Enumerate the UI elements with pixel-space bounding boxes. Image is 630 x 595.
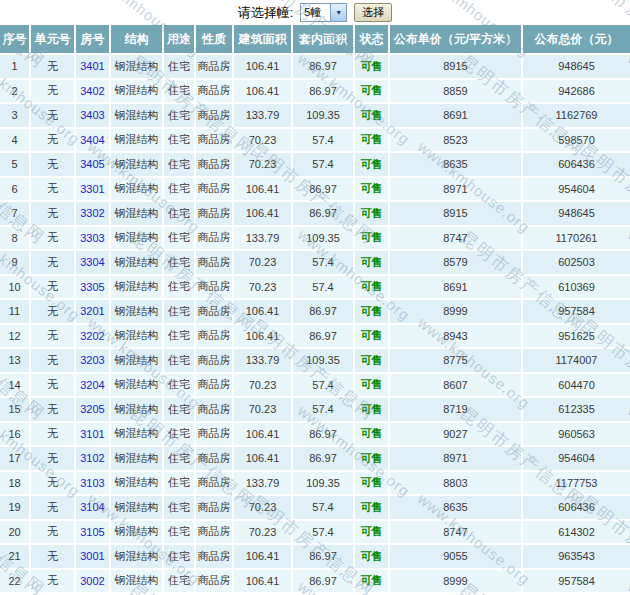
room-link[interactable]: 3405 — [80, 158, 104, 170]
cell-structure: 钢混结构 — [110, 275, 163, 300]
room-link[interactable]: 3103 — [80, 477, 104, 489]
cell-room[interactable]: 3405 — [75, 152, 110, 177]
cell-room[interactable]: 3401 — [75, 54, 110, 79]
header-nature: 性质 — [195, 25, 233, 54]
cell-room[interactable]: 3002 — [75, 569, 110, 594]
cell-structure: 钢混结构 — [110, 446, 163, 471]
cell-index: 9 — [0, 250, 30, 275]
cell-room[interactable]: 3304 — [75, 250, 110, 275]
room-link[interactable]: 3204 — [80, 379, 104, 391]
room-link[interactable]: 3303 — [80, 232, 104, 244]
header-status: 状态 — [354, 25, 389, 54]
table-row: 18无3103钢混结构住宅商品房133.79109.35可售8803117775… — [0, 471, 630, 496]
select-button[interactable]: 选择 — [354, 3, 392, 22]
cell-room[interactable]: 3305 — [75, 275, 110, 300]
cell-structure: 钢混结构 — [110, 54, 163, 79]
cell-build-area: 133.79 — [233, 103, 292, 128]
room-link[interactable]: 3302 — [80, 207, 104, 219]
room-link[interactable]: 3002 — [80, 575, 104, 587]
cell-build-area: 70.23 — [233, 152, 292, 177]
chevron-down-icon[interactable]: ▼ — [330, 4, 346, 21]
cell-usage: 住宅 — [163, 544, 195, 569]
room-link[interactable]: 3201 — [80, 305, 104, 317]
cell-room[interactable]: 3403 — [75, 103, 110, 128]
units-table: 序号单元号房号结构用途性质建筑面积套内面积状态公布单价（元/平方米）公布总价（元… — [0, 25, 630, 594]
room-link[interactable]: 3001 — [80, 550, 104, 562]
cell-inner-area: 109.35 — [292, 103, 354, 128]
room-link[interactable]: 3403 — [80, 109, 104, 121]
cell-room[interactable]: 3102 — [75, 446, 110, 471]
table-row: 16无3101钢混结构住宅商品房106.4186.97可售9027960563 — [0, 422, 630, 447]
cell-build-area: 106.41 — [233, 544, 292, 569]
cell-nature: 商品房 — [195, 128, 233, 153]
cell-unit: 无 — [30, 373, 75, 398]
cell-unit: 无 — [30, 471, 75, 496]
status-badge: 可售 — [354, 79, 389, 104]
cell-nature: 商品房 — [195, 299, 233, 324]
cell-total-price: 954604 — [522, 177, 630, 202]
room-link[interactable]: 3104 — [80, 501, 104, 513]
cell-nature: 商品房 — [195, 201, 233, 226]
room-link[interactable]: 3401 — [80, 60, 104, 72]
room-link[interactable]: 3402 — [80, 85, 104, 97]
room-link[interactable]: 3305 — [80, 281, 104, 293]
cell-room[interactable]: 3402 — [75, 79, 110, 104]
room-link[interactable]: 3102 — [80, 452, 104, 464]
cell-room[interactable]: 3105 — [75, 520, 110, 545]
building-select-label: 请选择幢: — [238, 4, 294, 22]
building-select[interactable]: 5幢 ▼ — [300, 3, 347, 22]
cell-unit-price: 8635 — [389, 495, 522, 520]
cell-usage: 住宅 — [163, 201, 195, 226]
building-select-value[interactable]: 5幢 — [301, 4, 330, 21]
room-link[interactable]: 3203 — [80, 354, 104, 366]
cell-usage: 住宅 — [163, 128, 195, 153]
room-link[interactable]: 3101 — [80, 428, 104, 440]
cell-room[interactable]: 3204 — [75, 373, 110, 398]
cell-unit: 无 — [30, 177, 75, 202]
room-link[interactable]: 3205 — [80, 403, 104, 415]
cell-unit: 无 — [30, 299, 75, 324]
cell-room[interactable]: 3404 — [75, 128, 110, 153]
table-row: 7无3302钢混结构住宅商品房106.4186.97可售8915948645 — [0, 201, 630, 226]
cell-room[interactable]: 3203 — [75, 348, 110, 373]
header-structure: 结构 — [110, 25, 163, 54]
cell-unit: 无 — [30, 422, 75, 447]
cell-structure: 钢混结构 — [110, 397, 163, 422]
table-row: 4无3404钢混结构住宅商品房70.2357.4可售8523598570 — [0, 128, 630, 153]
room-link[interactable]: 3304 — [80, 256, 104, 268]
cell-room[interactable]: 3101 — [75, 422, 110, 447]
cell-unit-price: 8747 — [389, 520, 522, 545]
cell-structure: 钢混结构 — [110, 226, 163, 251]
cell-room[interactable]: 3303 — [75, 226, 110, 251]
cell-usage: 住宅 — [163, 471, 195, 496]
room-link[interactable]: 3202 — [80, 330, 104, 342]
cell-room[interactable]: 3103 — [75, 471, 110, 496]
cell-room[interactable]: 3001 — [75, 544, 110, 569]
cell-total-price: 942686 — [522, 79, 630, 104]
cell-total-price: 1162769 — [522, 103, 630, 128]
cell-unit-price: 9027 — [389, 422, 522, 447]
cell-nature: 商品房 — [195, 544, 233, 569]
cell-room[interactable]: 3302 — [75, 201, 110, 226]
cell-room[interactable]: 3301 — [75, 177, 110, 202]
cell-total-price: 604470 — [522, 373, 630, 398]
room-link[interactable]: 3301 — [80, 183, 104, 195]
status-badge: 可售 — [354, 201, 389, 226]
cell-room[interactable]: 3201 — [75, 299, 110, 324]
cell-nature: 商品房 — [195, 397, 233, 422]
cell-unit: 无 — [30, 152, 75, 177]
cell-inner-area: 109.35 — [292, 471, 354, 496]
cell-index: 14 — [0, 373, 30, 398]
cell-build-area: 106.41 — [233, 422, 292, 447]
room-link[interactable]: 3105 — [80, 526, 104, 538]
cell-inner-area: 86.97 — [292, 544, 354, 569]
cell-room[interactable]: 3205 — [75, 397, 110, 422]
table-row: 9无3304钢混结构住宅商品房70.2357.4可售8579602503 — [0, 250, 630, 275]
cell-build-area: 70.23 — [233, 495, 292, 520]
cell-room[interactable]: 3104 — [75, 495, 110, 520]
cell-nature: 商品房 — [195, 226, 233, 251]
cell-unit-price: 8999 — [389, 569, 522, 594]
room-link[interactable]: 3404 — [80, 134, 104, 146]
cell-room[interactable]: 3202 — [75, 324, 110, 349]
cell-total-price: 948645 — [522, 54, 630, 79]
